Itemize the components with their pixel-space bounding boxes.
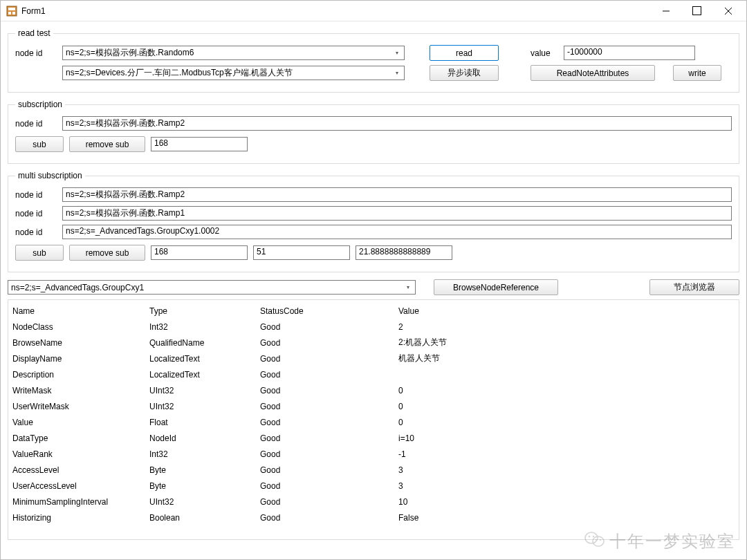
nodeid-combo[interactable]: ns=2;s=模拟器示例.函数.Random6 ▾ (62, 46, 405, 60)
cell-name: DisplayName (11, 354, 129, 364)
table-row[interactable]: ValueRankInt32Good-1 (11, 446, 736, 462)
cell-type: LocalizedText (129, 370, 246, 380)
cell-type: UInt32 (129, 497, 246, 507)
cell-value: 0 (364, 418, 537, 427)
cell-status: Good (246, 449, 364, 459)
cell-status: Good (246, 481, 364, 491)
table-row[interactable]: DescriptionLocalizedTextGood (11, 366, 736, 382)
cell-type: LocalizedText (129, 354, 246, 364)
table-row[interactable]: AccessLevelByteGood3 (11, 462, 736, 478)
window-title: Form1 (21, 6, 650, 16)
maximize-button[interactable] (681, 1, 712, 21)
col-status: StatusCode (246, 306, 364, 316)
msub-nodeid-2[interactable]: ns=2;s=模拟器示例.函数.Ramp1 (62, 206, 732, 221)
cell-name: UserWriteMask (11, 402, 129, 411)
cell-type: Byte (129, 481, 246, 491)
close-button[interactable] (712, 1, 744, 21)
window-controls (650, 1, 744, 21)
table-row[interactable]: NodeClassInt32Good2 (11, 319, 736, 335)
cell-type: Int32 (129, 322, 246, 332)
sub-nodeid-input[interactable]: ns=2;s=模拟器示例.函数.Ramp2 (62, 116, 732, 131)
cell-type: UInt32 (129, 402, 246, 411)
cell-status: Good (246, 402, 364, 411)
table-row[interactable]: BrowseNameQualifiedNameGood2:机器人关节 (11, 335, 736, 351)
cell-value: 2 (364, 322, 537, 332)
cell-value: False (364, 513, 537, 523)
read-test-group: read test node id ns=2;s=模拟器示例.函数.Random… (8, 28, 739, 93)
msub-nodeid-label-1: node id (15, 190, 57, 200)
cell-value: 0 (364, 386, 537, 395)
cell-status: Good (246, 433, 364, 443)
read-note-attributes-button[interactable]: ReadNoteAttributes (531, 65, 655, 81)
msub-nodeid-label-2: node id (15, 209, 57, 218)
cell-type: Boolean (129, 513, 246, 523)
msub-nodeid-label-3: node id (15, 227, 57, 237)
grid-header: Name Type StatusCode Value (11, 303, 736, 319)
sub-button[interactable]: sub (15, 136, 64, 152)
cell-status: Good (246, 497, 364, 507)
cell-name: AccessLevel (11, 465, 129, 475)
msub-remove-button[interactable]: remove sub (69, 245, 145, 261)
cell-value: -1 (364, 449, 537, 459)
msub-v1[interactable]: 168 (151, 245, 248, 260)
cell-type: Int32 (129, 449, 246, 459)
table-row[interactable]: HistorizingBooleanGoodFalse (11, 510, 736, 525)
value-input[interactable]: -1000000 (564, 46, 695, 60)
chevron-down-icon: ▾ (403, 282, 413, 292)
cell-name: Value (11, 418, 129, 427)
cell-type: Float (129, 418, 246, 427)
value-label: value (531, 48, 558, 58)
msub-v2[interactable]: 51 (253, 245, 350, 260)
table-row[interactable]: DataTypeNodeIdGoodi=10 (11, 430, 736, 446)
read-button[interactable]: read (430, 45, 499, 61)
cell-type: NodeId (129, 433, 246, 443)
multi-sub-legend: multi subscription (15, 171, 85, 180)
sub-value-input[interactable]: 168 (151, 137, 248, 151)
cell-status: Good (246, 370, 364, 380)
write-button[interactable]: write (673, 65, 721, 81)
table-row[interactable]: WriteMaskUInt32Good0 (11, 382, 736, 398)
browse-combo[interactable]: ns=2;s=_AdvancedTags.GroupCxy1 ▾ (8, 280, 416, 295)
msub-sub-button[interactable]: sub (15, 245, 64, 261)
cell-value: 2:机器人关节 (364, 337, 537, 348)
second-nodeid-combo[interactable]: ns=2;s=Devices.分厂一.车间二.ModbusTcp客户端.机器人关… (62, 66, 405, 80)
msub-nodeid-1[interactable]: ns=2;s=模拟器示例.函数.Ramp2 (62, 187, 732, 202)
cell-type: UInt32 (129, 386, 246, 395)
cell-name: UserAccessLevel (11, 481, 129, 491)
subscription-group: subscription node id ns=2;s=模拟器示例.函数.Ram… (8, 100, 739, 164)
cell-name: MinimumSamplingInterval (11, 497, 129, 507)
grid-body: NodeClassInt32Good2BrowseNameQualifiedNa… (11, 319, 736, 525)
cell-type: QualifiedName (129, 338, 246, 348)
cell-status: Good (246, 386, 364, 395)
cell-name: ValueRank (11, 449, 129, 459)
msub-v3[interactable]: 21.8888888888889 (356, 245, 452, 260)
multi-subscription-group: multi subscription node id ns=2;s=模拟器示例.… (8, 171, 739, 272)
cell-name: DataType (11, 433, 129, 443)
remove-sub-button[interactable]: remove sub (69, 136, 145, 152)
table-row[interactable]: UserAccessLevelByteGood3 (11, 478, 736, 494)
table-row[interactable]: DisplayNameLocalizedTextGood机器人关节 (11, 351, 736, 366)
browse-node-reference-button[interactable]: BrowseNodeReference (434, 279, 558, 295)
chevron-down-icon: ▾ (392, 68, 402, 78)
minimize-button[interactable] (650, 1, 681, 21)
cell-status: Good (246, 513, 364, 523)
msub-nodeid-3[interactable]: ns=2;s=_AdvancedTags.GroupCxy1.0002 (62, 225, 732, 239)
content: read test node id ns=2;s=模拟器示例.函数.Random… (1, 21, 746, 559)
cell-name: WriteMask (11, 386, 129, 395)
subscription-legend: subscription (15, 100, 65, 109)
async-read-button[interactable]: 异步读取 (430, 65, 499, 81)
cell-value: 3 (364, 465, 537, 475)
table-row[interactable]: MinimumSamplingIntervalUInt32Good10 (11, 494, 736, 510)
col-type: Type (129, 306, 246, 316)
nodeid-combo-text: ns=2;s=模拟器示例.函数.Random6 (66, 47, 194, 59)
svg-rect-1 (8, 8, 15, 10)
cell-name: Historizing (11, 513, 129, 523)
read-test-legend: read test (15, 28, 53, 38)
attributes-grid: Name Type StatusCode Value NodeClassInt3… (8, 299, 739, 540)
cell-status: Good (246, 418, 364, 427)
cell-status: Good (246, 465, 364, 475)
col-value: Value (364, 306, 537, 316)
table-row[interactable]: UserWriteMaskUInt32Good0 (11, 398, 736, 414)
node-browser-button[interactable]: 节点浏览器 (649, 279, 739, 295)
table-row[interactable]: ValueFloatGood0 (11, 414, 736, 430)
